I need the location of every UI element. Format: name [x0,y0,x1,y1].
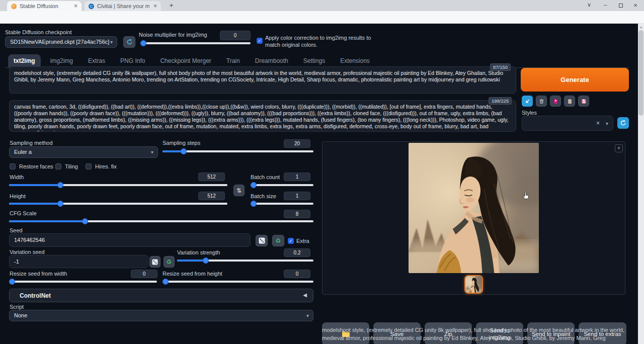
tab-checkpoint-merger[interactable]: Checkpoint Merger [154,54,216,67]
window-close-button[interactable]: × [630,2,641,9]
refresh-icon [620,120,626,126]
checkpoint-value: SD15NewVAEpruned.ckpt [27a4ac756c] [10,37,110,47]
extra-networks-button[interactable] [550,96,561,107]
browser-tab-title: Stable Diffusion [20,3,58,9]
resize-seed-width-input[interactable]: 0 [131,270,157,278]
window-minimize-button[interactable]: – [600,2,611,8]
browser-tab-strip: Stable Diffusion × C Civitai | Share you… [0,0,644,11]
styles-label: Styles [522,110,537,116]
restore-faces-checkbox[interactable] [10,163,16,169]
width-slider[interactable] [9,182,227,188]
height-slider[interactable] [9,201,227,207]
trash-icon [539,99,544,104]
variation-strength-slider[interactable] [177,257,313,264]
tab-extras[interactable]: Extras [83,54,111,67]
checkpoint-dropdown[interactable]: SD15NewVAEpruned.ckpt [27a4ac756c] ▾ [5,36,117,48]
tiling-label: Tiling [65,163,78,169]
resize-seed-width-slider[interactable] [9,279,157,285]
window-chevron-icon[interactable]: ∨ [584,2,595,8]
hires-fix-label: Hires. fix [95,163,117,169]
sampling-method-label: Sampling method [10,140,53,146]
resize-seed-height-input[interactable]: 0 [284,270,310,278]
tiling-checkbox[interactable] [55,163,61,169]
clear-styles-icon[interactable]: × [596,120,600,127]
chevron-down-icon: ▾ [306,310,309,321]
checkpoint-label: Stable Diffusion checkpoint [5,29,72,35]
batch-count-input[interactable]: 1 [284,173,310,181]
gallery-thumbnail-selected[interactable] [464,275,483,294]
controlnet-label: ControlNet [20,292,51,299]
tab-settings[interactable]: Settings [298,54,331,67]
seed-input[interactable]: 1476462546 [9,233,251,247]
resize-seed-height-slider[interactable] [163,279,313,285]
paste-generation-params-button[interactable] [522,96,533,107]
sampling-method-dropdown[interactable]: Euler a ▾ [9,146,158,158]
tab-txt2img[interactable]: txt2img [8,54,41,67]
thumbnail-image [465,276,482,293]
random-variation-seed-button[interactable] [149,256,160,268]
tab-close-icon[interactable]: × [70,3,77,10]
styles-dropdown[interactable]: × ▾ [522,116,613,131]
sampling-steps-input[interactable]: 20 [284,139,310,148]
variation-seed-input[interactable]: -1 [9,255,148,268]
variation-strength-input[interactable]: 0.2 [284,248,310,257]
checkpoint-refresh-button[interactable] [123,36,135,48]
main-tabs: txt2img img2img Extras PNG Info Checkpoi… [5,54,629,68]
batch-count-label: Batch count [251,174,280,180]
browser-tab-civitai[interactable]: C Civitai | Share your models × [85,1,161,11]
accordion-collapsed-icon: ◀ [303,292,307,298]
height-input[interactable]: 512 [198,192,225,200]
tab-close-icon[interactable]: × [149,3,157,10]
new-tab-button[interactable]: + [167,2,176,10]
clear-prompt-button[interactable] [536,96,547,107]
color-correction-checkbox[interactable]: ✓ [257,38,263,44]
arrow-down-left-icon [525,99,530,104]
tab-train[interactable]: Train [221,54,246,67]
tab-extensions[interactable]: Extensions [335,54,375,67]
negative-token-counter: 198/225 [489,97,512,105]
close-gallery-icon[interactable]: × [615,144,623,152]
script-dropdown[interactable]: None ▾ [9,310,313,321]
width-input[interactable]: 512 [198,173,225,181]
random-seed-button[interactable] [256,235,268,246]
cfg-scale-input[interactable]: 8 [284,210,310,218]
hires-fix-checkbox[interactable] [86,163,92,169]
tab-png-info[interactable]: PNG Info [115,54,150,67]
prompt-textarea[interactable]: modelshoot style, (extremely detailed CG… [9,66,516,94]
extra-seed-label: Extra [296,238,309,244]
scrollbar-up-icon[interactable]: ▲ [638,24,644,29]
tab-dreambooth[interactable]: Dreambooth [250,54,294,67]
window-maximize-button[interactable] [619,4,623,8]
swap-width-height-button[interactable]: ⇅ [233,185,245,196]
tab-img2img[interactable]: img2img [45,54,78,67]
floppy-save-icon [581,99,587,104]
negative-prompt-textarea[interactable]: canvas frame, cartoon, 3d, ((disfigured)… [9,100,516,132]
cfg-scale-slider[interactable] [9,218,313,224]
noise-multiplier-slider[interactable] [141,40,251,46]
save-style-button[interactable] [578,96,589,107]
generation-info-text: modelshoot style, (extremely detailed CG… [322,326,625,343]
card-icon [553,99,558,104]
generated-image[interactable] [409,143,539,273]
batch-size-slider[interactable] [251,201,313,207]
dice-icon [152,259,158,265]
browser-tab-stable-diffusion[interactable]: Stable Diffusion × [7,1,82,11]
clipboard-icon [567,99,573,104]
chevron-down-icon: ▾ [110,37,113,47]
reuse-variation-seed-button[interactable]: ♻ [164,256,175,268]
generate-button[interactable]: Generate [521,68,629,92]
sampling-steps-slider[interactable] [163,148,313,154]
hand-cursor [522,191,530,201]
extra-seed-checkbox[interactable]: ✓ [288,238,294,244]
apply-style-button[interactable] [564,96,575,107]
noise-multiplier-input[interactable]: 0 [220,31,251,40]
browser-toolbar: ← → i 127.0.0.1:7860 ☆ ⋮ [0,11,644,24]
batch-size-input[interactable]: 1 [284,192,310,200]
scrollbar-thumb[interactable] [638,30,643,116]
controlnet-accordion[interactable]: ControlNet ◀ [9,289,313,302]
chevron-down-icon: ▾ [151,147,153,157]
noise-multiplier-label: Noise multiplier for img2img [139,32,207,38]
reuse-seed-button[interactable]: ♻ [272,235,284,246]
styles-refresh-button[interactable] [617,117,629,129]
batch-count-slider[interactable] [251,182,313,188]
